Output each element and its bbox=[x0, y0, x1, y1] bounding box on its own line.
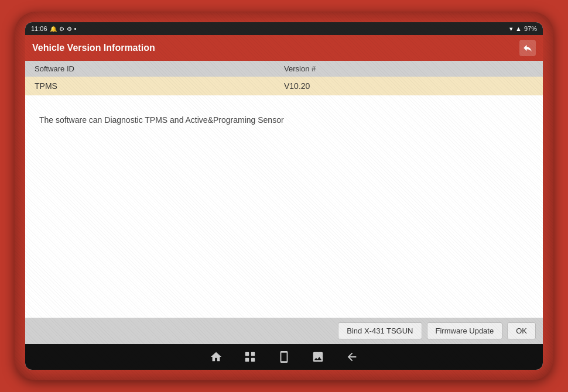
exit-button[interactable] bbox=[519, 40, 536, 56]
bind-tsgun-button[interactable]: Bind X-431 TSGUN bbox=[338, 322, 422, 339]
svg-rect-0 bbox=[245, 352, 249, 356]
firmware-update-button[interactable]: Firmware Update bbox=[427, 322, 503, 339]
screenshot-button[interactable] bbox=[278, 350, 290, 363]
ok-button[interactable]: OK bbox=[507, 322, 536, 339]
signal-icon: ▲ bbox=[515, 25, 522, 32]
page-title: Vehicle Version Information bbox=[32, 43, 155, 53]
tablet-screen: 11:06 🔔 ⚙ ⚙ • ▾ ▲ 97% Vehicle Version In… bbox=[25, 22, 543, 370]
wifi-icon: ▾ bbox=[509, 25, 513, 33]
recent-apps-button[interactable] bbox=[244, 350, 256, 363]
action-bar: Bind X-431 TSGUN Firmware Update OK bbox=[25, 318, 543, 344]
nav-bar bbox=[25, 344, 543, 370]
gallery-button[interactable] bbox=[312, 350, 324, 363]
status-bar: 11:06 🔔 ⚙ ⚙ • ▾ ▲ 97% bbox=[25, 22, 543, 35]
table-row: TPMS V10.20 bbox=[25, 77, 543, 95]
col-version-header: Version # bbox=[284, 64, 533, 73]
status-left: 11:06 🔔 ⚙ ⚙ • bbox=[31, 25, 76, 32]
status-time: 11:06 bbox=[31, 25, 47, 32]
svg-rect-2 bbox=[245, 358, 249, 362]
svg-rect-3 bbox=[251, 358, 255, 362]
col-software-header: Software ID bbox=[35, 64, 284, 73]
cell-software-id: TPMS bbox=[35, 81, 284, 91]
cell-version: V10.20 bbox=[284, 81, 533, 91]
settings-icon: ⚙ bbox=[59, 26, 64, 32]
status-right: ▾ ▲ 97% bbox=[509, 25, 537, 33]
battery-percent: 97% bbox=[524, 25, 537, 32]
back-button[interactable] bbox=[345, 350, 358, 363]
description-text: The software can Diagnostic TPMS and Act… bbox=[39, 115, 529, 125]
notification-icon: 🔔 bbox=[50, 26, 57, 32]
gear-icon: ⚙ bbox=[67, 26, 72, 32]
home-button[interactable] bbox=[210, 350, 223, 363]
svg-rect-1 bbox=[251, 352, 255, 356]
content-area: The software can Diagnostic TPMS and Act… bbox=[25, 95, 543, 318]
table-header: Software ID Version # bbox=[25, 61, 543, 77]
dot-indicator: • bbox=[74, 25, 77, 32]
title-bar: Vehicle Version Information bbox=[25, 35, 543, 61]
tablet-device: 11:06 🔔 ⚙ ⚙ • ▾ ▲ 97% Vehicle Version In… bbox=[15, 12, 553, 380]
